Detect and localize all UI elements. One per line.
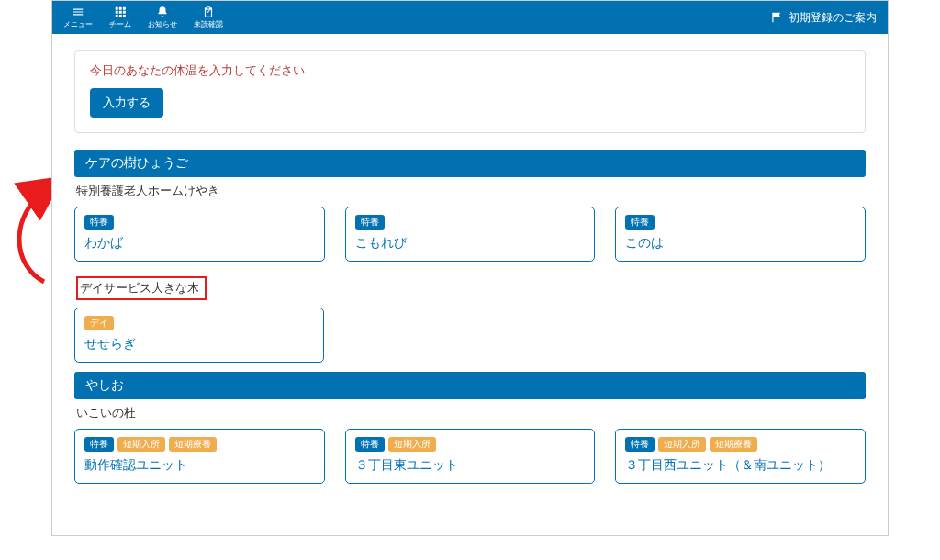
hamburger-icon (72, 6, 84, 18)
unit-card[interactable]: 特養短期入所短期療養動作確認ユニット (74, 429, 325, 484)
flag-icon (770, 11, 783, 24)
card-title: 動作確認ユニット (84, 457, 315, 474)
badge: 特養 (84, 215, 114, 230)
unit-card[interactable]: デイせせらぎ (74, 308, 324, 363)
badge: 短期入所 (118, 437, 165, 452)
section-header: ケアの樹ひょうご (74, 150, 866, 177)
nav-unread-label: 未読確認 (194, 19, 223, 29)
badge: 短期療養 (169, 437, 217, 452)
nav-team[interactable]: チーム (109, 6, 131, 29)
badge-row: 特養短期入所 (355, 437, 586, 452)
grid-icon (114, 6, 127, 18)
section-header: やしお (74, 372, 866, 399)
badge: 特養 (84, 437, 114, 452)
card-title: ３丁目西ユニット（＆南ユニット） (625, 457, 856, 474)
card-title: ３丁目東ユニット (355, 457, 586, 474)
badge-row: 特養短期入所短期療養 (84, 437, 315, 452)
card-row: 特養わかば特養こもれび特養このは (74, 207, 866, 262)
badge: 短期療養 (710, 437, 757, 452)
nav-notice[interactable]: お知らせ (148, 6, 177, 29)
navbar: メニュー チーム お知らせ 未読確認 初期登録のご案内 (52, 1, 888, 34)
badge: 短期入所 (658, 437, 706, 452)
unit-card[interactable]: 特養このは (615, 207, 866, 262)
unit-card[interactable]: 特養わかば (74, 207, 325, 262)
badge-row: 特養 (625, 215, 856, 230)
unit-card[interactable]: 特養短期入所短期療養３丁目西ユニット（＆南ユニット） (615, 429, 866, 484)
subsection-label: いこいの杜 (74, 399, 866, 429)
nav-menu-label: メニュー (63, 19, 93, 29)
badge-row: 特養 (84, 215, 315, 230)
badge: 特養 (625, 437, 655, 452)
unit-card[interactable]: 特養短期入所３丁目東ユニット (345, 429, 596, 484)
nav-unread[interactable]: 未読確認 (194, 6, 223, 29)
badge-row: 特養 (355, 215, 586, 230)
badge-row: デイ (84, 316, 314, 330)
badge: 短期入所 (388, 437, 436, 452)
badge-row: 特養短期入所短期療養 (625, 437, 856, 452)
card-title: このは (625, 235, 856, 252)
badge: 特養 (355, 437, 385, 452)
main-content: 今日のあなたの体温を入力してください 入力する ケアの樹ひょうご特別養護老人ホー… (52, 34, 888, 510)
subsection-label: デイサービス大きな木 (74, 271, 866, 308)
bell-icon (156, 6, 169, 18)
badge: 特養 (355, 215, 385, 230)
card-row: 特養短期入所短期療養動作確認ユニット特養短期入所３丁目東ユニット特養短期入所短期… (74, 429, 866, 484)
clipboard-icon (202, 6, 215, 18)
card-title: せせらぎ (84, 336, 314, 353)
nav-menu[interactable]: メニュー (63, 6, 93, 29)
badge: デイ (84, 316, 114, 330)
subsection-label: 特別養護老人ホームけやき (74, 177, 866, 207)
notice-text: 今日のあなたの体温を入力してください (90, 62, 850, 79)
card-title: こもれび (355, 235, 586, 252)
card-title: わかば (84, 235, 315, 252)
temperature-notice: 今日のあなたの体温を入力してください 入力する (74, 50, 866, 133)
unit-card[interactable]: 特養こもれび (345, 207, 596, 262)
nav-notice-label: お知らせ (148, 19, 177, 29)
highlight-box: デイサービス大きな木 (76, 276, 207, 300)
input-button[interactable]: 入力する (90, 88, 163, 118)
nav-team-label: チーム (109, 19, 131, 29)
badge: 特養 (625, 215, 655, 230)
card-row: デイせせらぎ (74, 308, 866, 363)
nav-guide-link[interactable]: 初期登録のご案内 (770, 10, 877, 26)
nav-guide-label: 初期登録のご案内 (789, 10, 877, 26)
